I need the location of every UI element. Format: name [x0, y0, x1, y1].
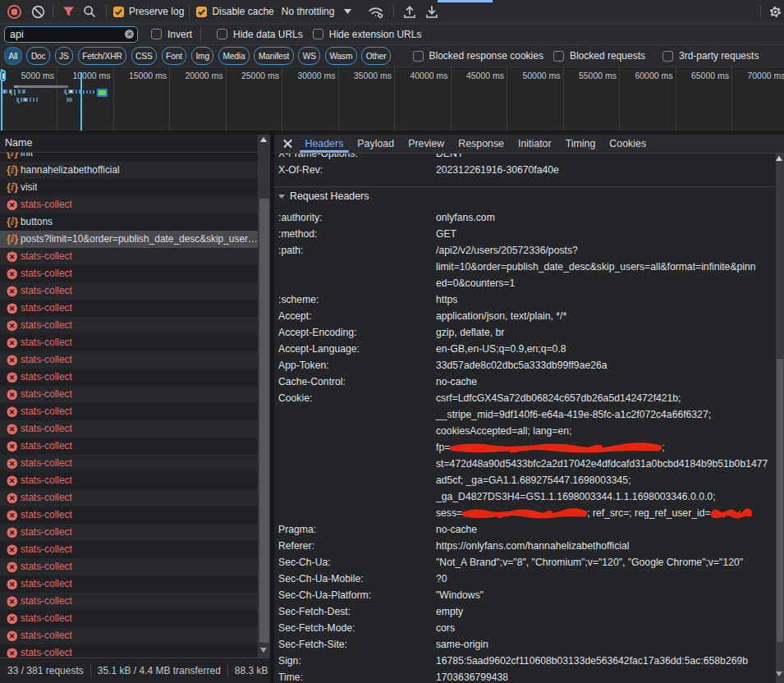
- request-row[interactable]: {ⅈ} posts?limit=10&order=publish_date_de…: [0, 231, 258, 248]
- scroll-down-icon[interactable]: [776, 672, 782, 676]
- request-row[interactable]: {ⅈ} stats-collect: [0, 593, 258, 610]
- header-value: csrf=LdfcGX4Sa72db06824c657db26a5d142472…: [436, 392, 681, 404]
- invert-label[interactable]: Invert: [167, 29, 192, 40]
- scroll-up-icon[interactable]: [776, 156, 782, 161]
- request-row[interactable]: {ⅈ} stats-collect: [0, 248, 258, 265]
- request-row[interactable]: {ⅈ} stats-collect: [0, 489, 258, 507]
- filter-option-checkbox[interactable]: [553, 51, 564, 62]
- request-row[interactable]: {ⅈ} stats-collect: [0, 438, 258, 455]
- settings-gear-icon[interactable]: [766, 5, 784, 19]
- preserve-log-checkbox[interactable]: [113, 7, 124, 17]
- request-row[interactable]: {ⅈ} stats-collect: [0, 541, 258, 558]
- request-type-chip[interactable]: CSS: [131, 47, 158, 65]
- request-filter-checkboxes: Blocked response cookies Blocked request…: [413, 50, 769, 62]
- request-row[interactable]: {ⅈ} stats-collect: [0, 351, 258, 369]
- hide-data-urls-label[interactable]: Hide data URLs: [233, 29, 303, 40]
- statusbar-divider: [90, 664, 91, 676]
- hide-data-urls-checkbox[interactable]: [217, 29, 227, 39]
- import-har-icon[interactable]: [399, 5, 420, 19]
- details-tab[interactable]: Response: [452, 135, 511, 153]
- hide-extension-urls-label[interactable]: Hide extension URLs: [329, 29, 422, 40]
- request-row[interactable]: {ⅈ} stats-collect: [0, 472, 258, 489]
- header-value: __stripe_mid=9df140f6-e64a-419e-85fc-a1c…: [436, 409, 711, 420]
- disable-cache-checkbox[interactable]: [196, 7, 207, 17]
- filter-option-checkbox[interactable]: [663, 51, 673, 62]
- request-type-chip[interactable]: JS: [55, 47, 74, 65]
- clear-network-log-icon[interactable]: [28, 5, 48, 19]
- overview-drag-handle[interactable]: [0, 70, 6, 81]
- details-scrollbar-thumb[interactable]: [777, 359, 783, 642]
- details-tab[interactable]: Preview: [401, 135, 452, 153]
- request-row[interactable]: {ⅈ} stats-collect: [0, 455, 258, 472]
- hide-extension-urls-checkbox[interactable]: [313, 29, 323, 39]
- header-value: ad5cf; _ga=GA1.1.689275447.1698003345;: [436, 474, 631, 486]
- filter-icon[interactable]: [58, 6, 78, 17]
- request-name: hannahelizabethofficial: [21, 164, 120, 176]
- filter-option-label[interactable]: Blocked response cookies: [429, 50, 543, 62]
- request-list-scrollbar-thumb[interactable]: [259, 199, 269, 643]
- request-type-chip[interactable]: Img: [191, 47, 214, 65]
- request-row[interactable]: {ⅈ} stats-collect: [0, 369, 258, 386]
- headers-detail-pane[interactable]: X-Frame-Options:DENYX-Of-Rev:20231226191…: [274, 154, 776, 683]
- close-icon[interactable]: [282, 139, 292, 149]
- request-row[interactable]: {ⅈ} stats-collect: [0, 558, 258, 575]
- header-line: Sec-Fetch-Dest:empty: [274, 603, 776, 620]
- request-row[interactable]: {ⅈ} stats-collect: [0, 627, 258, 644]
- request-row[interactable]: {ⅈ} hannahelizabethofficial: [0, 162, 258, 179]
- request-type-chip[interactable]: WS: [298, 47, 320, 65]
- request-row[interactable]: {ⅈ} stats-collect: [0, 403, 258, 420]
- request-row[interactable]: {ⅈ} stats-collect: [0, 300, 258, 317]
- network-conditions-icon[interactable]: [364, 5, 388, 19]
- request-type-chip[interactable]: Doc: [26, 47, 50, 65]
- header-value: gzip, deflate, br: [436, 327, 504, 338]
- details-tab[interactable]: Headers: [298, 135, 351, 153]
- filter-input[interactable]: [10, 29, 125, 40]
- request-type-chip[interactable]: Font: [162, 47, 187, 65]
- scroll-up-icon[interactable]: [260, 137, 267, 142]
- filter-option-checkbox[interactable]: [413, 51, 424, 62]
- section-header[interactable]: Request Headers: [274, 188, 776, 204]
- header-name: Sec-Fetch-Site:: [278, 639, 347, 650]
- preserve-log-label[interactable]: Preserve log: [129, 6, 184, 17]
- throttling-select[interactable]: No throttling: [282, 6, 335, 17]
- request-row[interactable]: {ⅈ} stats-collect: [0, 334, 258, 351]
- request-row[interactable]: {ⅈ} buttons: [0, 213, 258, 231]
- scroll-down-icon[interactable]: [260, 648, 267, 653]
- details-tab[interactable]: Initiator: [511, 135, 559, 153]
- request-row[interactable]: {ⅈ} stats-collect: [0, 265, 258, 282]
- request-type-chip[interactable]: Manifest: [254, 47, 293, 65]
- invert-checkbox[interactable]: [151, 29, 162, 39]
- network-overview-timeline[interactable]: 5000 ms 10000 ms 15000 ms 20000 ms 25000…: [0, 67, 784, 131]
- filter-option-label[interactable]: 3rd-party requests: [679, 50, 759, 62]
- request-row[interactable]: {ⅈ} stats-collect: [0, 282, 258, 300]
- request-row[interactable]: {ⅈ} stats-collect: [0, 575, 258, 593]
- request-row[interactable]: {ⅈ} stats-collect: [0, 507, 258, 524]
- request-type-chip[interactable]: Fetch/XHR: [78, 47, 126, 65]
- request-row[interactable]: {ⅈ} stats-collect: [0, 524, 258, 541]
- request-row[interactable]: {ⅈ} stats-collect: [0, 386, 258, 403]
- export-har-icon[interactable]: [420, 5, 443, 19]
- request-row[interactable]: {ⅈ} stats-collect: [0, 420, 258, 438]
- request-row[interactable]: {ⅈ} stats-collect: [0, 196, 258, 213]
- clear-filter-icon[interactable]: [125, 30, 134, 39]
- request-type-chip[interactable]: Wasm: [325, 47, 357, 65]
- request-type-chip[interactable]: Media: [218, 47, 250, 65]
- request-row[interactable]: {ⅈ} stats-collect: [0, 610, 258, 627]
- request-type-chip[interactable]: Other: [361, 47, 391, 65]
- timeline-tick-label: 20000 ms: [185, 71, 222, 80]
- record-icon[interactable]: [0, 4, 28, 20]
- redaction-scribble: [450, 442, 662, 453]
- request-row[interactable]: {ⅈ} init: [0, 153, 258, 162]
- details-tab[interactable]: Cookies: [603, 135, 653, 153]
- request-row[interactable]: {ⅈ} stats-collect: [0, 317, 258, 334]
- filter-option-label[interactable]: Blocked requests: [570, 50, 645, 62]
- request-row[interactable]: {ⅈ} stats-collect: [0, 644, 258, 658]
- request-row[interactable]: {ⅈ} visit: [0, 179, 258, 196]
- request-type-chip[interactable]: All: [4, 47, 22, 65]
- chevron-down-icon[interactable]: [337, 9, 357, 14]
- details-tab[interactable]: Timing: [558, 135, 603, 153]
- disable-cache-label[interactable]: Disable cache: [212, 6, 273, 17]
- name-column-header[interactable]: Name: [0, 135, 258, 153]
- search-icon[interactable]: [78, 5, 101, 18]
- details-tab[interactable]: Payload: [351, 135, 401, 153]
